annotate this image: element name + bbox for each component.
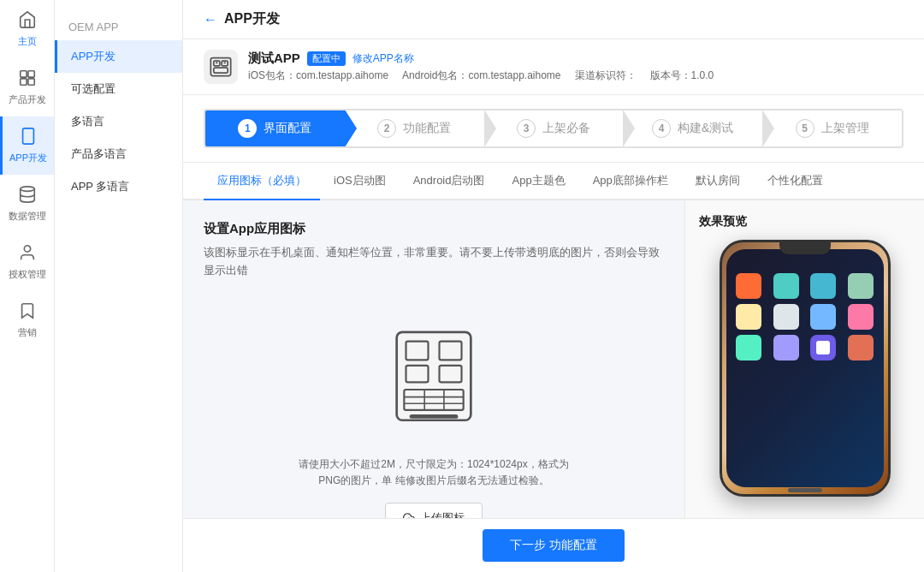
step-4[interactable]: 4 构建&测试 xyxy=(623,110,762,146)
data-mgmt-icon xyxy=(18,185,37,206)
main-header: ← APP开发 xyxy=(183,0,924,39)
app-info-details: 测试APP 配置中 修改APP名称 iOS包名：com.testapp.aiho… xyxy=(248,51,714,83)
step-2[interactable]: 2 功能配置 xyxy=(345,110,484,146)
tab-android-launch[interactable]: Android启动图 xyxy=(400,163,499,200)
home-icon xyxy=(18,10,37,32)
secondary-nav-item-app-dev[interactable]: APP开发 xyxy=(55,40,182,73)
step-3-num: 3 xyxy=(517,119,536,138)
channel-label: 渠道标识符： xyxy=(575,69,637,83)
sidebar-item-data-mgmt[interactable]: 数据管理 xyxy=(0,175,54,233)
sidebar-item-label-home: 主页 xyxy=(18,35,37,48)
content-desc: 该图标显示在手机桌面、通知栏等位置，非常重要。请不要上传带透明底的图片，否则会导… xyxy=(204,244,664,280)
next-step-button[interactable]: 下一步 功能配置 xyxy=(483,529,625,562)
ios-package-label: iOS包名：com.testapp.aihome xyxy=(248,69,388,83)
secondary-nav-item-product-multilang[interactable]: 产品多语言 xyxy=(55,138,182,170)
phone-image xyxy=(720,240,891,497)
steps: 1 界面配置 2 功能配置 3 上架必备 4 构建&测试 5 上架管理 xyxy=(204,109,903,148)
step-5-num: 5 xyxy=(796,119,814,138)
steps-container: 1 界面配置 2 功能配置 3 上架必备 4 构建&测试 5 上架管理 xyxy=(183,95,924,163)
app-status-badge: 配置中 xyxy=(307,51,346,66)
sidebar-item-marketing[interactable]: 营销 xyxy=(0,291,54,349)
phone-screen xyxy=(726,249,884,487)
sidebar-item-label-app: APP开发 xyxy=(9,152,47,164)
preview-title: 效果预览 xyxy=(699,214,910,229)
tab-ios-launch[interactable]: iOS启动图 xyxy=(320,163,400,200)
upload-icon xyxy=(403,512,415,518)
main-area: ← APP开发 测试APP 配置中 修改APP名称 iOS包名：com.test… xyxy=(183,0,924,572)
sidebar-item-auth-mgmt[interactable]: 授权管理 xyxy=(0,233,54,291)
app-meta: iOS包名：com.testapp.aihome Android包名：com.t… xyxy=(248,69,714,83)
bottom-bar: 下一步 功能配置 xyxy=(183,518,924,572)
tab-default-room[interactable]: 默认房间 xyxy=(682,163,754,200)
step-5[interactable]: 5 上架管理 xyxy=(762,110,902,146)
upload-hint: 请使用大小不超过2M，尺寸限定为：1024*1024px，格式为PNG的图片，单… xyxy=(297,456,571,489)
step-3[interactable]: 3 上架必备 xyxy=(484,110,624,146)
svg-rect-0 xyxy=(20,71,26,77)
app-name: 测试APP xyxy=(248,51,300,67)
app-icon-thumbnail xyxy=(204,50,238,84)
step-1-label: 界面配置 xyxy=(264,121,311,136)
step-3-label: 上架必备 xyxy=(542,121,590,136)
svg-rect-2 xyxy=(20,79,26,85)
secondary-nav-title: OEM APP xyxy=(55,14,182,40)
sidebar-item-product-dev[interactable]: 产品开发 xyxy=(0,58,54,116)
svg-rect-4 xyxy=(23,128,34,144)
sidebar-item-home[interactable]: 主页 xyxy=(0,0,54,58)
android-package-value: com.testapp.aihome xyxy=(468,69,560,81)
upload-area: 请使用大小不超过2M，尺寸限定为：1024*1024px，格式为PNG的图片，单… xyxy=(204,297,664,518)
android-package-label: Android包名：com.testapp.aihome xyxy=(402,69,560,83)
app-info-row: 测试APP 配置中 修改APP名称 iOS包名：com.testapp.aiho… xyxy=(183,39,924,95)
version-label: 版本号：1.0.0 xyxy=(650,69,714,83)
tab-personalization[interactable]: 个性化配置 xyxy=(754,163,837,200)
tab-app-theme[interactable]: App主题色 xyxy=(498,163,578,200)
page-title: APP开发 xyxy=(224,10,280,28)
content-preview: 效果预览 xyxy=(684,200,924,518)
product-dev-icon xyxy=(18,69,37,90)
tabs-container: 应用图标（必填） iOS启动图 Android启动图 App主题色 App底部操… xyxy=(183,163,924,200)
phone-notch xyxy=(779,242,831,254)
secondary-nav: OEM APP APP开发 可选配置 多语言 产品多语言 APP 多语言 xyxy=(55,0,183,572)
upload-btn-label: 上传图标 xyxy=(420,510,465,518)
phone-home-button xyxy=(788,488,822,492)
svg-rect-3 xyxy=(27,79,33,85)
auth-icon xyxy=(18,243,37,265)
step-5-label: 上架管理 xyxy=(821,121,869,136)
sidebar-item-label-auth: 授权管理 xyxy=(9,268,46,281)
tab-app-bottom-bar[interactable]: App底部操作栏 xyxy=(579,163,682,200)
step-2-label: 功能配置 xyxy=(403,121,451,136)
app-dev-icon xyxy=(19,127,38,148)
secondary-nav-item-multilang[interactable]: 多语言 xyxy=(55,105,182,138)
svg-point-6 xyxy=(20,187,34,192)
content-title: 设置App应用图标 xyxy=(204,221,664,237)
sidebar-item-app-dev[interactable]: APP开发 xyxy=(0,116,54,175)
step-2-num: 2 xyxy=(377,119,396,138)
sidebar-item-label-marketing: 营销 xyxy=(18,326,37,339)
sidebar-item-label-data: 数据管理 xyxy=(9,210,46,223)
step-4-label: 构建&测试 xyxy=(678,121,733,136)
tab-app-icon[interactable]: 应用图标（必填） xyxy=(204,163,320,200)
svg-point-7 xyxy=(24,246,30,252)
sidebar-item-label-product: 产品开发 xyxy=(9,93,46,106)
content-main: 设置App应用图标 该图标显示在手机桌面、通知栏等位置，非常重要。请不要上传带透… xyxy=(183,200,684,518)
app-name-row: 测试APP 配置中 修改APP名称 xyxy=(248,51,714,67)
sidebar: 主页 产品开发 APP开发 数据管 xyxy=(0,0,55,572)
marketing-icon xyxy=(18,301,37,323)
upload-button[interactable]: 上传图标 xyxy=(385,503,483,518)
upload-icon-area xyxy=(370,314,498,443)
back-arrow-icon[interactable]: ← xyxy=(204,12,217,27)
secondary-nav-item-optional[interactable]: 可选配置 xyxy=(55,73,182,105)
content-area: 设置App应用图标 该图标显示在手机桌面、通知栏等位置，非常重要。请不要上传带透… xyxy=(183,200,924,518)
step-1-num: 1 xyxy=(238,119,257,138)
app-modify-link[interactable]: 修改APP名称 xyxy=(352,51,414,66)
ios-package-value: com.testapp.aihome xyxy=(296,69,388,81)
step-1[interactable]: 1 界面配置 xyxy=(205,110,345,146)
svg-rect-24 xyxy=(411,415,457,417)
step-4-num: 4 xyxy=(652,119,671,138)
version-value: 1.0.0 xyxy=(691,69,714,81)
secondary-nav-item-app-multilang[interactable]: APP 多语言 xyxy=(55,170,182,203)
svg-rect-14 xyxy=(397,331,471,420)
phone-mockup xyxy=(699,240,910,504)
svg-rect-11 xyxy=(214,68,228,73)
svg-rect-1 xyxy=(27,71,33,77)
